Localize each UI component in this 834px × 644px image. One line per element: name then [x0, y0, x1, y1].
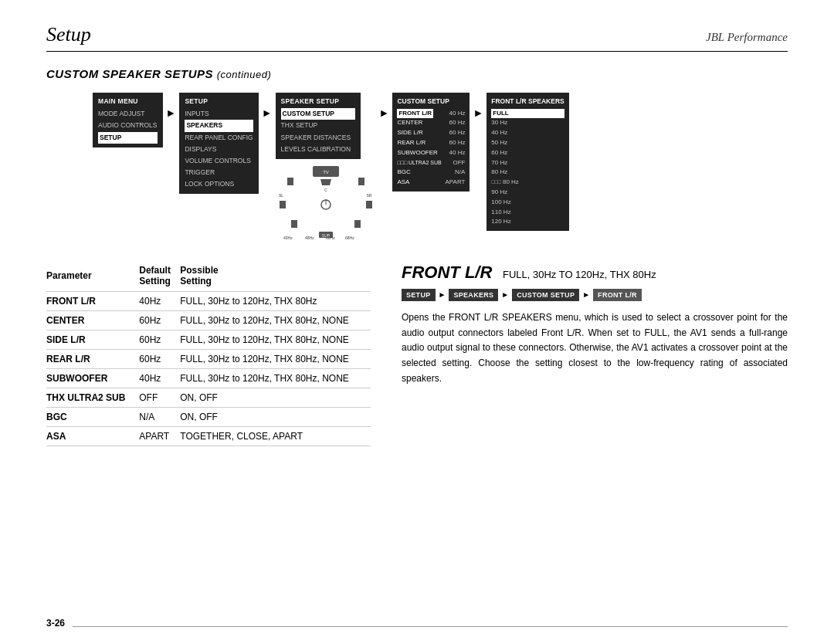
param-default: OFF	[139, 388, 180, 407]
arrow-2: ►	[259, 93, 276, 119]
custom-setup-row: ASAAPART	[397, 178, 465, 188]
breadcrumb-custom-setup: CUSTOM SETUP	[512, 289, 579, 301]
setup-item: INPUTS	[185, 108, 253, 120]
param-default: 40Hz	[139, 291, 180, 310]
breadcrumb: SETUP ► SPEAKERS ► CUSTOM SETUP ► FRONT …	[402, 289, 788, 301]
front-lr-item: 60 Hz	[491, 148, 564, 158]
setup-item-speakers: SPEAKERS	[185, 120, 253, 131]
front-lr-item-thx: □□□ 80 Hz	[491, 178, 564, 188]
param-default: 60Hz	[139, 330, 180, 349]
setup-item: LOCK OPTIONS	[185, 178, 253, 190]
param-name: SIDE L/R	[46, 330, 139, 349]
col-header-possible: PossibleSetting	[180, 263, 371, 292]
brand-name: JBL Performance	[706, 31, 788, 44]
custom-setup-row: □□□ ULTRA2 SUBOFF	[397, 158, 465, 168]
table-row: BGC N/A ON, OFF	[46, 407, 371, 426]
param-name: THX ULTRA2 SUB	[46, 388, 139, 407]
arrow-4: ►	[470, 93, 486, 119]
param-possible: FULL, 30Hz to 120Hz, THX 80Hz, NONE	[180, 330, 371, 349]
speaker-setup-levels: LEVELS CALIBRATION	[281, 144, 355, 155]
param-possible: ON, OFF	[180, 388, 371, 407]
param-possible: FULL, 30Hz to 120Hz, THX 80Hz, NONE	[180, 368, 371, 388]
page-number: 3-26	[46, 618, 65, 629]
front-lr-item: 100 Hz	[491, 198, 564, 208]
table-row: CENTER 60Hz FULL, 30Hz to 120Hz, THX 80H…	[46, 310, 371, 330]
custom-setup-row: FRONT L/R40 Hz	[397, 109, 465, 119]
param-default: APART	[139, 426, 180, 446]
param-possible: TOGETHER, CLOSE, APART	[180, 426, 371, 446]
param-default: N/A	[139, 407, 180, 426]
param-name: FRONT L/R	[46, 291, 139, 310]
custom-setup-row: CENTER60 Hz	[397, 118, 465, 128]
svg-marker-7	[291, 220, 297, 228]
speaker-setup-distances: SPEAKER DISTANCES	[281, 132, 355, 144]
front-lr-item: 80 Hz	[491, 168, 564, 178]
svg-marker-5	[280, 201, 286, 208]
front-lr-title: FRONT L/R	[402, 263, 492, 282]
speaker-diagram-svg: TV C SL SR SUB	[276, 162, 376, 239]
param-possible: FULL, 30Hz to 120Hz, THX 80Hz, NONE	[180, 310, 371, 330]
setup-item: DISPLAYS	[185, 144, 253, 155]
arrow-3: ►	[376, 93, 393, 119]
svg-marker-2	[320, 179, 331, 185]
breadcrumb-arrow: ►	[581, 290, 591, 299]
param-name: ASA	[46, 426, 139, 446]
custom-setup-row: REAR L/R60 Hz	[397, 138, 465, 148]
table-row: FRONT L/R 40Hz FULL, 30Hz to 120Hz, THX …	[46, 291, 371, 310]
front-lr-header: FRONT L/R SPEAKERS	[491, 97, 564, 107]
table-row: SUBWOOFER 40Hz FULL, 30Hz to 120Hz, THX …	[46, 368, 371, 388]
front-lr-subtitle: FULL, 30Hz TO 120Hz, THX 80Hz	[503, 269, 656, 280]
front-lr-item: 110 Hz	[491, 208, 564, 218]
main-menu-item: MODE ADJUST	[98, 108, 158, 120]
menu-diagram: MAIN MENU MODE ADJUST AUDIO CONTROLS SET…	[93, 93, 788, 239]
table-row: SIDE L/R 60Hz FULL, 30Hz to 120Hz, THX 8…	[46, 330, 371, 349]
main-menu-box: MAIN MENU MODE ADJUST AUDIO CONTROLS SET…	[93, 93, 163, 147]
table-row: THX ULTRA2 SUB OFF ON, OFF	[46, 388, 371, 407]
param-possible: ON, OFF	[180, 407, 371, 426]
setup-item: REAR PANEL CONFIG	[185, 132, 253, 144]
param-possible: FULL, 30Hz to 120Hz, THX 80Hz, NONE	[180, 349, 371, 368]
custom-setup-row: SUBWOOFER40 Hz	[397, 148, 465, 158]
svg-marker-8	[354, 220, 361, 228]
table-row: REAR L/R 60Hz FULL, 30Hz to 120Hz, THX 8…	[46, 349, 371, 368]
breadcrumb-arrow: ►	[438, 290, 447, 299]
svg-text:48Hz: 48Hz	[305, 236, 314, 239]
front-lr-menu-box: FRONT L/R SPEAKERS FULL 30 Hz 40 Hz 50 H…	[486, 93, 568, 231]
front-lr-heading: FRONT L/R FULL, 30Hz TO 120Hz, THX 80Hz	[402, 263, 788, 283]
footer-line	[73, 626, 788, 627]
svg-text:SL: SL	[279, 193, 283, 198]
svg-text:SR: SR	[366, 193, 371, 198]
param-default: 60Hz	[139, 349, 180, 368]
svg-text:TV: TV	[323, 170, 329, 175]
param-name: BGC	[46, 407, 139, 426]
param-default: 60Hz	[139, 310, 180, 330]
custom-setup-header: CUSTOM SETUP	[397, 97, 465, 107]
breadcrumb-arrow: ►	[500, 290, 510, 299]
custom-setup-row: SIDE L/R60 Hz	[397, 128, 465, 138]
footer: 3-26	[46, 618, 788, 629]
svg-text:C: C	[324, 188, 327, 192]
svg-text:40Hz: 40Hz	[283, 236, 293, 239]
front-lr-item: 90 Hz	[491, 188, 564, 198]
setup-item: VOLUME CONTROLS	[185, 155, 253, 167]
front-lr-description-area: FRONT L/R FULL, 30Hz TO 120Hz, THX 80Hz …	[402, 263, 788, 446]
setup-menu-header: SETUP	[185, 97, 253, 107]
param-name: CENTER	[46, 310, 139, 330]
svg-marker-4	[358, 178, 364, 185]
front-lr-item: 120 Hz	[491, 217, 564, 227]
speaker-setup-header: SPEAKER SETUP	[281, 97, 355, 107]
param-name: REAR L/R	[46, 349, 139, 368]
custom-setup-menu-box: CUSTOM SETUP FRONT L/R40 Hz CENTER60 Hz …	[392, 93, 470, 192]
param-name: SUBWOOFER	[46, 368, 139, 388]
front-lr-item: 40 Hz	[491, 128, 564, 138]
param-possible: FULL, 30Hz to 120Hz, THX 80Hz	[180, 291, 371, 310]
param-default: 40Hz	[139, 368, 180, 388]
breadcrumb-speakers: SPEAKERS	[449, 289, 498, 301]
svg-text:60Hz: 60Hz	[326, 236, 335, 239]
speaker-setup-custom: CUSTOM SETUP	[281, 108, 355, 120]
breadcrumb-setup: SETUP	[402, 289, 436, 301]
front-lr-item: 50 Hz	[491, 138, 564, 148]
table-row: ASA APART TOGETHER, CLOSE, APART	[46, 426, 371, 446]
breadcrumb-front-lr: FRONT L/R	[593, 289, 642, 301]
main-menu-item-setup: SETUP	[98, 132, 158, 144]
